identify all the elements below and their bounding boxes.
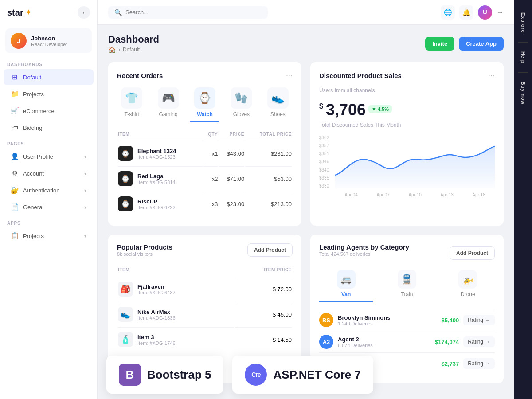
search-box: 🔍: [108, 6, 268, 19]
tshirt-icon: 👕: [121, 87, 142, 109]
buy-now-label[interactable]: Buy now: [520, 76, 526, 110]
sidebar-item-authentication[interactable]: 🔐 Authentication ▾: [4, 182, 94, 198]
agent-name: Brooklyn Simmons: [338, 314, 390, 321]
orders-table: ITEM QTY PRICE TOTAL PRICE ⌚ Elephant 13…: [117, 129, 293, 217]
breadcrumb-current: Default: [123, 47, 140, 53]
rating-button[interactable]: Rating →: [463, 315, 495, 325]
add-product-button[interactable]: Add Product: [247, 243, 293, 257]
col-price: PRICE: [219, 130, 244, 140]
sales-currency: $: [319, 102, 323, 110]
agent-info: Agent 2 6,074 Deliveries: [338, 336, 373, 348]
order-item-image: ⌚: [118, 171, 133, 186]
tab-gloves[interactable]: 🧤 Gloves: [227, 87, 256, 122]
sidebar-item-projects-dash[interactable]: 📁 Projects: [4, 86, 94, 102]
order-item-cell: ⌚ Elephant 1324 Item: #XDG-1523: [118, 141, 203, 165]
chevron-down-icon: ▾: [84, 205, 86, 210]
tab-train[interactable]: 🚆 Train: [380, 270, 434, 302]
tab-drone[interactable]: 🚁 Drone: [441, 270, 495, 302]
bootstrap-banner-title: Bootstrap 5: [147, 368, 211, 382]
tab-watch[interactable]: ⌚ Watch: [190, 87, 219, 122]
chart-area: $362 $357 $351 $346 $340 $335 $330: [319, 135, 495, 197]
sidebar-item-ecommerce[interactable]: 🛒 eCommerce: [4, 103, 94, 119]
tab-van[interactable]: 🚐 Van: [319, 270, 373, 302]
topbar-avatar[interactable]: U: [478, 5, 492, 20]
train-label: Train: [401, 291, 413, 297]
product-item-cell: 🎒 Fjallraven Item: #XDG-6437: [118, 277, 234, 301]
shoes-icon: 👟: [267, 87, 289, 109]
sidebar-toggle-button[interactable]: ‹: [78, 6, 90, 19]
ecommerce-icon: 🛒: [11, 107, 19, 115]
product-name: Item 3: [137, 334, 176, 340]
order-item-name: RiseUP: [137, 198, 176, 205]
general-icon: 📄: [11, 203, 19, 211]
agents-title-area: Leading Agents by Category Total 424,567…: [319, 243, 409, 263]
sidebar-item-general[interactable]: 📄 General ▾: [4, 199, 94, 215]
sidebar-item-default[interactable]: ⊞ Default: [4, 69, 94, 85]
topbar-arrow-icon[interactable]: →: [497, 8, 504, 16]
discounted-sales-card: Discounted Product Sales ··· Users from …: [310, 62, 504, 226]
drone-label: Drone: [461, 291, 475, 297]
breadcrumb: 🏠 › Default: [108, 46, 159, 53]
search-input[interactable]: [125, 9, 262, 16]
order-total: $231.00: [245, 141, 292, 165]
logo-star: ✦: [25, 8, 32, 17]
product-price: $ 14.50: [235, 327, 292, 352]
order-item-cell: ⌚ Red Laga Item: #XDG-5314: [118, 166, 203, 191]
order-item-sku: Item: #XDG-5314: [137, 180, 176, 185]
agents-header: Leading Agents by Category Total 424,567…: [319, 243, 495, 263]
explore-label[interactable]: Explore: [520, 7, 526, 39]
more-options-sales-icon[interactable]: ···: [488, 71, 495, 80]
sales-description: Total Discounted Sales This Month: [319, 122, 495, 128]
sidebar-item-bidding[interactable]: 🏷 Bidding: [4, 120, 94, 136]
product-sku: Item: #XDG-6437: [137, 290, 176, 295]
tab-tshirt[interactable]: 👕 T-shirt: [117, 87, 146, 122]
dashboards-section-label: DASHBOARDS: [0, 57, 97, 69]
agent-deliveries: 1,240 Deliveries: [338, 321, 390, 326]
add-agent-product-button[interactable]: Add Product: [450, 246, 495, 260]
notification-icon[interactable]: 🔔: [459, 5, 473, 20]
help-label[interactable]: Help: [520, 46, 526, 69]
more-options-icon[interactable]: ···: [286, 71, 293, 80]
popular-products-subtitle: 8k social visitors: [117, 251, 172, 257]
page-content: Dashboard 🏠 › Default Invite Create App: [98, 25, 514, 399]
user-card[interactable]: J Johnson React Developer: [5, 28, 92, 53]
arrow-icon: →: [485, 360, 490, 367]
page-title: Dashboard: [108, 34, 159, 45]
search-icon: 🔍: [114, 9, 122, 16]
agent-earnings: $2,737: [442, 360, 459, 367]
agent-info: Brooklyn Simmons 1,240 Deliveries: [338, 314, 390, 326]
page-title-area: Dashboard 🏠 › Default: [108, 34, 159, 53]
chart-y-labels: $362 $357 $351 $346 $340 $335 $330: [319, 135, 329, 188]
sidebar-item-label: Bidding: [23, 125, 86, 131]
agents-subtitle: Total 424,567 deliveries: [319, 251, 409, 257]
sidebar-item-projects-app[interactable]: 📋 Projects ▾: [4, 228, 94, 244]
sales-chart: [335, 135, 495, 188]
rating-button[interactable]: Rating →: [463, 336, 495, 347]
create-app-button[interactable]: Create App: [459, 37, 504, 51]
asp-banner-title: ASP.NET Core 7: [273, 368, 360, 382]
tab-gaming[interactable]: 🎮 Gaming: [153, 87, 183, 122]
right-bar-divider-2: [518, 72, 528, 73]
col-item: ITEM: [118, 130, 203, 140]
table-row: ⌚ Red Laga Item: #XDG-5314 x2 $71.00 $53…: [118, 166, 292, 191]
header-actions: Invite Create App: [425, 37, 504, 51]
popular-products-title: Popular Products: [117, 243, 172, 251]
order-total: $53.00: [245, 166, 292, 191]
rating-button[interactable]: Rating →: [463, 358, 495, 369]
asp-banner: Cre ASP.NET Core 7: [232, 356, 373, 394]
drone-icon: 🚁: [458, 270, 477, 289]
sidebar-item-label: Authentication: [23, 187, 80, 194]
user-role: React Developer: [31, 42, 67, 47]
train-icon: 🚆: [398, 270, 416, 289]
product-item-cell: 🧴 Item 3 Item: #XDG-1746: [118, 327, 234, 352]
sidebar-item-user-profile[interactable]: 👤 User Profile ▾: [4, 149, 94, 164]
globe-icon[interactable]: 🌐: [441, 5, 455, 20]
sidebar-item-label: Account: [23, 170, 80, 177]
invite-button[interactable]: Invite: [425, 37, 454, 51]
watch-icon: ⌚: [194, 87, 215, 109]
sidebar-item-account[interactable]: ⚙ Account ▾: [4, 165, 94, 181]
sales-badge: ▼ 4.5%: [368, 105, 392, 113]
page-header: Dashboard 🏠 › Default Invite Create App: [108, 34, 504, 53]
products-table: ITEM ITEM PRICE 🎒 Fjallraven Item: #XDG-…: [117, 265, 293, 352]
tab-shoes[interactable]: 👟 Shoes: [263, 87, 293, 122]
